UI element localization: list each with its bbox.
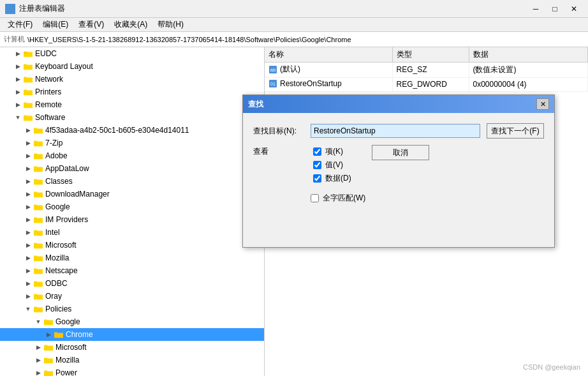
svg-rect-12	[24, 90, 27, 91]
expand-icon-guid[interactable]: ▶	[23, 125, 33, 135]
search-row: 查找目标(N): 查找下一个(F)	[253, 123, 544, 139]
expand-icon-netscape[interactable]: ▶	[23, 266, 33, 276]
tree-item-chrome[interactable]: ▶ Chrome	[0, 328, 264, 341]
svg-rect-45	[34, 307, 43, 312]
expand-icon-downloadmanager[interactable]: ▶	[23, 189, 33, 199]
menu-view[interactable]: 查看(V)	[73, 18, 109, 31]
menu-help[interactable]: 帮助(H)	[152, 18, 189, 31]
checkbox-keys[interactable]	[313, 147, 321, 156]
title-bar: 注册表编辑器 ─ □ ✕	[0, 0, 588, 18]
expand-icon-intel[interactable]: ▶	[23, 227, 33, 237]
table-row[interactable]: 01 RestoreOnStartup REG_DWORD 0x00000004…	[265, 77, 588, 91]
menu-edit[interactable]: 编辑(E)	[38, 18, 73, 31]
tree-item-printers[interactable]: ▶ Printers	[0, 86, 264, 98]
menu-file[interactable]: 文件(F)	[3, 18, 38, 31]
expand-icon-classes[interactable]: ▶	[23, 176, 33, 186]
expand-icon-google-policies[interactable]: ▼	[33, 317, 43, 327]
reg-type-restore: REG_DWORD	[392, 77, 469, 91]
expand-icon-eudc[interactable]: ▶	[13, 49, 23, 59]
tree-item-intel[interactable]: ▶ Intel	[0, 226, 264, 239]
close-button[interactable]: ✕	[565, 3, 583, 15]
folder-icon-mozilla-policies	[43, 355, 54, 365]
svg-rect-21	[34, 154, 43, 159]
svg-rect-0	[6, 5, 10, 8]
tree-item-odbc[interactable]: ▶ ODBC	[0, 277, 264, 290]
svg-rect-22	[34, 154, 37, 155]
tree-item-policies[interactable]: ▼ Policies	[0, 303, 264, 315]
svg-rect-23	[34, 167, 43, 172]
tree-label-network: Network	[35, 75, 63, 84]
expand-icon-policies[interactable]: ▼	[23, 304, 33, 314]
tree-item-google-sw[interactable]: ▶ Google	[0, 200, 264, 213]
expand-icon-7zip[interactable]: ▶	[23, 138, 33, 148]
dialog-close-button[interactable]: ✕	[536, 98, 549, 110]
tree-item-remote[interactable]: ▶ Remote	[0, 98, 264, 111]
col-header-data: 数据	[469, 47, 588, 63]
checkbox-data[interactable]	[313, 174, 321, 183]
expand-icon-keyboard[interactable]: ▶	[13, 61, 23, 71]
tree-item-microsoft-policies[interactable]: ▶ Microsoft	[0, 341, 264, 354]
tree-item-keyboard-layout[interactable]: ▶ Keyboard Layout	[0, 60, 264, 73]
tree-label-7zip: 7-Zip	[45, 139, 62, 147]
reg-name-cell: ab (默认)	[265, 63, 392, 78]
expand-icon-software[interactable]: ▼	[13, 112, 23, 123]
tree-item-im-providers[interactable]: ▶ IM Providers	[0, 213, 264, 226]
tree-item-network[interactable]: ▶ Network	[0, 73, 264, 86]
tree-item-power[interactable]: ▶ Power	[0, 366, 264, 376]
checkbox-fullmatch[interactable]	[311, 194, 319, 202]
search-input[interactable]	[311, 124, 480, 138]
expand-icon-adobe[interactable]: ▶	[23, 151, 33, 161]
tree-item-appdatalow[interactable]: ▶ AppDataLow	[0, 162, 264, 175]
folder-icon-im	[33, 214, 43, 225]
minimize-button[interactable]: ─	[527, 3, 545, 15]
expand-icon-google-sw[interactable]: ▶	[23, 202, 33, 212]
expand-icon-chrome[interactable]: ▶	[43, 329, 54, 340]
tree-item-adobe[interactable]: ▶ Adobe	[0, 149, 264, 162]
tree-item-guid[interactable]: ▶ 4f53adaa-a4b2-50c1-b605-e304e4d14011	[0, 124, 264, 137]
cancel-button[interactable]: 取消	[372, 145, 429, 160]
checkbox-values[interactable]	[313, 161, 321, 169]
tree-label-policies: Policies	[45, 305, 71, 313]
svg-rect-10	[24, 77, 27, 79]
registry-table: 名称 类型 数据 ab (默认)	[265, 47, 588, 92]
tree-item-7zip[interactable]: ▶ 7-Zip	[0, 137, 264, 149]
tree-item-mozilla-policies[interactable]: ▶ Mozilla	[0, 354, 264, 366]
tree-item-netscape[interactable]: ▶ Netscape	[0, 264, 264, 277]
expand-icon-remote[interactable]: ▶	[13, 100, 23, 110]
tree-item-google-policies[interactable]: ▼ Google	[0, 315, 264, 328]
tree-item-software[interactable]: ▼ Software	[0, 111, 264, 124]
maximize-button[interactable]: □	[546, 3, 564, 15]
folder-icon-downloadmanager	[33, 189, 43, 199]
expand-icon-power[interactable]: ▶	[33, 368, 43, 376]
tree-item-microsoft-sw[interactable]: ▶ Microsoft	[0, 239, 264, 252]
expand-icon-im[interactable]: ▶	[23, 214, 33, 225]
expand-icon-oray[interactable]: ▶	[23, 291, 33, 301]
table-row[interactable]: ab (默认) REG_SZ (数值未设置)	[265, 63, 588, 78]
tree-label-google-policies: Google	[55, 317, 80, 326]
expand-icon-network[interactable]: ▶	[13, 74, 23, 84]
svg-rect-51	[44, 345, 53, 350]
find-next-button[interactable]: 查找下一个(F)	[487, 123, 544, 139]
expand-icon-odbc[interactable]: ▶	[23, 278, 33, 289]
tree-item-mozilla-sw[interactable]: ▶ Mozilla	[0, 252, 264, 264]
tree-item-eudc[interactable]: ▶ EUDC	[0, 47, 264, 60]
find-dialog: 查找 ✕ 查找目标(N): 查找下一个(F) 查看 项(K)	[242, 94, 555, 248]
expand-icon-mozilla-policies[interactable]: ▶	[33, 355, 43, 365]
folder-icon-printers	[23, 87, 33, 97]
expand-icon-printers[interactable]: ▶	[13, 87, 23, 97]
svg-rect-19	[34, 141, 43, 146]
expand-icon-mozilla-sw[interactable]: ▶	[23, 253, 33, 263]
tree-item-oray[interactable]: ▶ Oray	[0, 290, 264, 303]
expand-icon-appdatalow[interactable]: ▶	[23, 163, 33, 174]
checkbox-fullmatch-label: 全字匹配(W)	[323, 193, 365, 204]
expand-icon-microsoft-policies[interactable]: ▶	[33, 342, 43, 352]
folder-icon-policies	[33, 304, 43, 314]
tree-label-printers: Printers	[35, 87, 61, 96]
tree-label-eudc: EUDC	[35, 49, 57, 58]
look-in-row: 查看 项(K) 值(V) 数据(D)	[253, 146, 544, 204]
tree-item-classes[interactable]: ▶ Classes	[0, 175, 264, 188]
expand-icon-microsoft-sw[interactable]: ▶	[23, 240, 33, 250]
tree-label-oray: Oray	[45, 292, 62, 301]
menu-favorites[interactable]: 收藏夹(A)	[109, 18, 152, 31]
tree-item-downloadmanager[interactable]: ▶ DownloadManager	[0, 188, 264, 200]
